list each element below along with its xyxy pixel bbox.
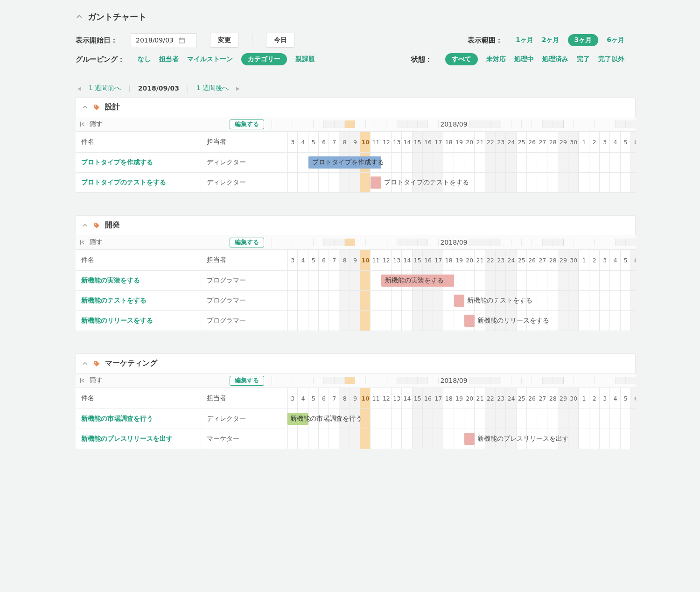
group-header[interactable]: マーケティング	[76, 353, 636, 373]
task-row: 新機能のテストをするプログラマー新機能のテストをする	[76, 291, 636, 311]
hide-panel-icon[interactable]	[79, 239, 86, 246]
group-title: マーケティング	[105, 359, 157, 368]
gantt-grid: 隠す編集する2018/09件名担当者3456789101112131415161…	[76, 373, 636, 449]
gantt-bar[interactable]: プロトタイプのテストをする	[371, 176, 381, 189]
grouping-option[interactable]: 担当者	[159, 55, 179, 63]
collapse-icon[interactable]	[82, 360, 88, 367]
grouping-option[interactable]: なし	[138, 55, 151, 63]
column-subject: 件名	[76, 388, 201, 409]
group-header[interactable]: 開発	[76, 215, 636, 235]
status-option[interactable]: 処理中	[514, 55, 534, 63]
range-options: 1ヶ月2ヶ月3ヶ月6ヶ月	[516, 34, 624, 46]
group-header[interactable]: 設計	[76, 97, 636, 117]
collapse-icon[interactable]	[82, 104, 88, 111]
page-title: ガントチャート	[88, 11, 147, 22]
week-nav: ◀ 1 週間前へ | 2018/09/03 | 1 週間後へ ▶	[77, 84, 636, 92]
task-assignee: ディレクター	[201, 173, 287, 192]
column-assignee: 担当者	[201, 250, 287, 270]
hide-label[interactable]: 隠す	[90, 376, 103, 385]
status-option[interactable]: 完了	[577, 55, 590, 63]
controls-row-1: 表示開始日： 2018/09/03 変更 今日 表示範囲： 1ヶ月2ヶ月3ヶ月6…	[76, 33, 624, 48]
grouping-option[interactable]: 親課題	[295, 55, 315, 63]
task-assignee: ディレクター	[201, 409, 287, 429]
collapse-icon[interactable]	[76, 13, 83, 21]
task-subject[interactable]: 新機能の実装をする	[81, 276, 140, 285]
edit-button[interactable]: 編集する	[230, 376, 264, 386]
svg-point-4	[95, 105, 96, 106]
column-assignee: 担当者	[201, 132, 287, 152]
status-option[interactable]: 処理済み	[542, 55, 568, 63]
group: 設計隠す編集する2018/09件名担当者34567891011121314151…	[76, 97, 636, 193]
task-assignee: プログラマー	[201, 311, 287, 331]
gantt-bar[interactable]: 新機能の市場調査を行う	[287, 413, 308, 425]
task-row: 新機能の市場調査を行うディレクター新機能の市場調査を行う	[76, 409, 636, 429]
tag-icon	[93, 360, 100, 367]
page: ガントチャート 表示開始日： 2018/09/03 変更 今日 表示範囲： 1ヶ…	[64, 0, 636, 477]
gantt-grid: 隠す編集する2018/09件名担当者3456789101112131415161…	[76, 117, 636, 193]
task-subject[interactable]: プロトタイプのテストをする	[81, 178, 166, 187]
status-option[interactable]: 未対応	[486, 55, 506, 63]
edit-button[interactable]: 編集する	[230, 238, 264, 247]
task-subject[interactable]: 新機能のプレスリリースを出す	[81, 435, 173, 443]
column-subject: 件名	[76, 132, 201, 152]
hide-label[interactable]: 隠す	[90, 120, 103, 128]
task-assignee: プログラマー	[201, 291, 287, 310]
change-button[interactable]: 変更	[210, 33, 239, 48]
tag-icon	[93, 222, 100, 229]
task-subject[interactable]: プロトタイプを作成する	[81, 158, 153, 167]
today-button[interactable]: 今日	[266, 33, 295, 48]
range-option[interactable]: 2ヶ月	[542, 36, 560, 44]
range-label: 表示範囲：	[468, 36, 503, 45]
start-date-value: 2018/09/03	[136, 36, 174, 44]
calendar-icon	[178, 37, 185, 44]
group: 開発隠す編集する2018/09件名担当者34567891011121314151…	[76, 215, 636, 331]
grouping-option[interactable]: マイルストーン	[187, 55, 233, 63]
group-title: 開発	[105, 220, 120, 230]
group: マーケティング隠す編集する2018/09件名担当者345678910111213…	[76, 353, 636, 449]
prev-arrow-icon[interactable]: ◀	[77, 86, 81, 91]
start-date-label: 表示開始日：	[76, 36, 118, 45]
gantt-bar[interactable]: 新機能のリリースをする	[464, 315, 475, 327]
current-date: 2018/09/03	[138, 85, 179, 92]
range-option[interactable]: 1ヶ月	[516, 36, 533, 44]
gantt-bar[interactable]: 新機能の実装をする	[381, 275, 454, 287]
column-assignee: 担当者	[201, 388, 287, 409]
gantt-bar[interactable]: 新機能のテストをする	[454, 295, 464, 307]
tag-icon	[93, 104, 100, 111]
task-row: プロトタイプを作成するディレクタープロトタイプを作成する	[76, 153, 636, 173]
controls-row-2: グルーピング： なし担当者マイルストーンカテゴリー親課題 状態： すべて未対応処…	[76, 53, 624, 65]
task-row: 新機能のプレスリリースを出すマーケター新機能のプレスリリースを出す	[76, 429, 636, 449]
task-row: プロトタイプのテストをするディレクタープロトタイプのテストをする	[76, 173, 636, 192]
gantt-grid: 隠す編集する2018/09件名担当者3456789101112131415161…	[76, 235, 636, 331]
title-row: ガントチャート	[76, 11, 636, 22]
status-option[interactable]: すべて	[445, 53, 478, 65]
task-assignee: マーケター	[201, 429, 287, 449]
grouping-label: グルーピング：	[76, 55, 125, 64]
task-row: 新機能の実装をするプログラマー新機能の実装をする	[76, 271, 636, 291]
task-assignee: プログラマー	[201, 271, 287, 290]
task-assignee: ディレクター	[201, 153, 287, 172]
month-label: 2018/09	[440, 377, 467, 384]
range-option[interactable]: 3ヶ月	[568, 34, 599, 46]
status-options: すべて未対応処理中処理済み完了完了以外	[445, 53, 624, 65]
svg-point-8	[95, 361, 96, 363]
collapse-icon[interactable]	[82, 222, 88, 229]
gantt-bar[interactable]: 新機能のプレスリリースを出す	[464, 433, 475, 445]
month-label: 2018/09	[440, 120, 467, 128]
next-week-link[interactable]: 1 週間後へ	[196, 84, 229, 92]
start-date-input[interactable]: 2018/09/03	[131, 33, 197, 47]
task-subject[interactable]: 新機能のテストをする	[81, 296, 147, 305]
task-subject[interactable]: 新機能のリリースをする	[81, 317, 153, 325]
hide-panel-icon[interactable]	[79, 377, 86, 384]
hide-label[interactable]: 隠す	[90, 238, 103, 247]
task-subject[interactable]: 新機能の市場調査を行う	[81, 415, 153, 423]
prev-week-link[interactable]: 1 週間前へ	[89, 84, 121, 92]
edit-button[interactable]: 編集する	[230, 120, 264, 129]
hide-panel-icon[interactable]	[79, 121, 86, 127]
gantt-bar[interactable]: プロトタイプを作成する	[308, 156, 381, 169]
next-arrow-icon[interactable]: ▶	[236, 86, 240, 91]
grouping-option[interactable]: カテゴリー	[241, 53, 287, 65]
range-option[interactable]: 6ヶ月	[607, 36, 624, 44]
status-option[interactable]: 完了以外	[598, 55, 624, 63]
svg-rect-0	[179, 38, 184, 42]
